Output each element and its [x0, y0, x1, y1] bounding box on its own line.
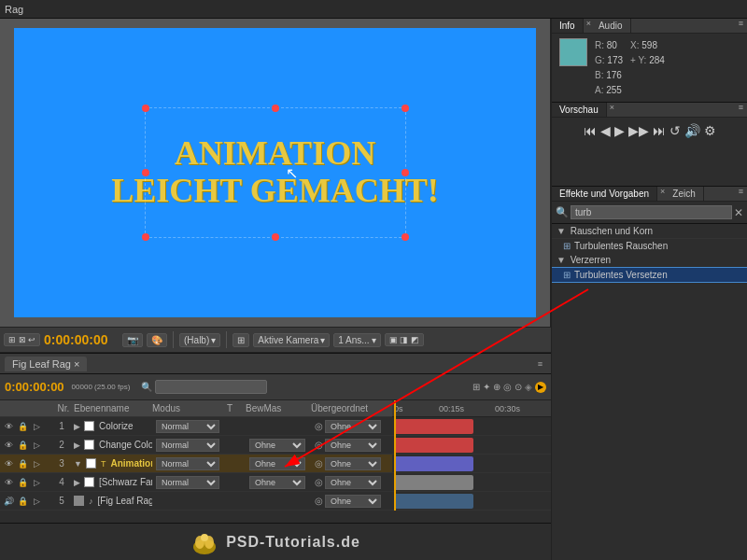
- tab-effects[interactable]: Effekte und Vorgaben: [552, 187, 657, 201]
- uber-select-4[interactable]: Ohne: [325, 476, 381, 489]
- expand-btn-5[interactable]: ▷: [30, 495, 43, 508]
- layer-icons-5: 🔊 🔒 ▷: [0, 495, 51, 508]
- layer-toolbar-icon6[interactable]: ◈: [525, 382, 532, 392]
- corner-handle-tl: [142, 105, 149, 112]
- layer-row-2[interactable]: 👁 🔒 ▷ 2 ▶ Change Colors Normal Ohne ◎ Oh…: [0, 436, 392, 455]
- layer-toolbar-icon2[interactable]: ✦: [483, 382, 490, 392]
- prev-first-btn[interactable]: ⏮: [584, 123, 597, 138]
- modus-select-3[interactable]: Normal: [156, 457, 219, 470]
- expand-icon[interactable]: ▶: [74, 441, 80, 450]
- lock-btn-5[interactable]: 🔒: [16, 495, 29, 508]
- layer-row-1[interactable]: 👁 🔒 ▷ 1 ▶ Colorize Normal ◎ Ohne: [0, 417, 392, 436]
- quality-select[interactable]: (Halb)▾: [179, 333, 220, 347]
- prev-fwd-btn[interactable]: ▶▶: [628, 123, 649, 138]
- layer-icons-3: 👁 🔒 ▷: [0, 457, 51, 470]
- tab-audio[interactable]: Audio: [591, 19, 631, 33]
- expand-icon[interactable]: ▶: [74, 478, 80, 487]
- timeline-fps: 00000 (25.00 fps): [72, 383, 131, 391]
- timeline-tab[interactable]: Fig Leaf Rag ×: [5, 357, 87, 371]
- effects-menu[interactable]: ≡: [735, 187, 747, 201]
- modus-select-4[interactable]: Normal: [156, 476, 219, 489]
- track-row-3: [392, 455, 551, 473]
- lock-btn-3[interactable]: 🔒: [16, 457, 29, 470]
- layer-toolbar-icon1[interactable]: ⊞: [472, 382, 480, 392]
- layer-color-3: [86, 458, 96, 469]
- tab-zeich[interactable]: Zeich: [665, 187, 703, 201]
- uber-select-2[interactable]: Ohne: [325, 439, 381, 452]
- track-row-1: [392, 417, 551, 436]
- lock-btn-1[interactable]: 🔒: [16, 420, 29, 433]
- effects-search-input[interactable]: [571, 205, 732, 219]
- info-panel-menu[interactable]: ≡: [735, 19, 747, 33]
- layer-toolbar-icon4[interactable]: ◎: [503, 382, 512, 392]
- uber-select-1[interactable]: Ohne: [325, 420, 381, 433]
- layer-row-4[interactable]: 👁 🔒 ▷ 4 ▶ [Schwarz Farbfläche 1] Normal …: [0, 473, 392, 492]
- layer-toolbar-icon3[interactable]: ⊕: [493, 382, 500, 392]
- prev-last-btn[interactable]: ⏭: [653, 123, 666, 138]
- corner-handle-bm: [272, 233, 279, 241]
- header-uber: Übergeordnet: [311, 403, 390, 413]
- timeline-menu[interactable]: ≡: [534, 359, 546, 369]
- prev-loop-btn[interactable]: ↺: [669, 123, 681, 138]
- expand-btn-1[interactable]: ▷: [30, 420, 43, 433]
- layer-color-5: [74, 496, 84, 506]
- expand-icon[interactable]: ▼: [74, 459, 82, 469]
- effects-item-turbulentes-versetzen[interactable]: ⊞ Turbulentes Versetzen: [552, 268, 747, 282]
- prev-play-btn[interactable]: ▶: [614, 123, 625, 138]
- camera-icon[interactable]: 📷: [122, 333, 143, 347]
- track-row-5: [392, 492, 551, 511]
- lock-btn-4[interactable]: 🔒: [16, 476, 29, 489]
- eye-btn-1[interactable]: 👁: [2, 420, 15, 433]
- modus-select-1[interactable]: Normal: [156, 420, 219, 433]
- eye-btn-3[interactable]: 👁: [2, 457, 15, 470]
- prev-settings-btn[interactable]: ⚙: [704, 123, 716, 138]
- layer-nr-5: 5: [51, 496, 72, 506]
- preview-tab-close[interactable]: ×: [610, 103, 614, 117]
- tab-preview[interactable]: Vorschau: [552, 103, 607, 117]
- camera-select[interactable]: Aktive Kamera▾: [253, 333, 330, 347]
- prev-audio-btn[interactable]: 🔊: [684, 123, 700, 138]
- expand-btn-2[interactable]: ▷: [30, 439, 43, 452]
- toolbar-icon-group[interactable]: ⊞ ⊠ ↩: [4, 333, 40, 346]
- color-icon[interactable]: 🎨: [147, 333, 167, 347]
- info-color-swatch: [559, 38, 587, 66]
- layer-modus-cell-4: Normal: [154, 476, 229, 489]
- view-select[interactable]: 1 Ans...▾: [333, 333, 380, 347]
- effects-item-turbulentes-rauschen[interactable]: ⊞ Turbulentes Rauschen: [552, 239, 747, 253]
- track-rows-container: [392, 417, 551, 511]
- effects-clear-btn[interactable]: ✕: [734, 206, 743, 219]
- uber-select-5[interactable]: Ohne: [325, 495, 381, 508]
- layer-modus-cell-3: Normal: [154, 457, 229, 470]
- expand-btn-3[interactable]: ▷: [30, 457, 43, 470]
- render-icons[interactable]: ▣ ◨ ◩: [385, 333, 424, 346]
- branding-text: PSD-Tutorials.de: [226, 534, 360, 551]
- header-bewmas: BewMas: [246, 403, 311, 413]
- info-coords: X: 598 + Y: 284: [630, 38, 665, 98]
- grid-toggle[interactable]: ⊞: [233, 333, 249, 347]
- tab-info[interactable]: Info: [552, 19, 584, 33]
- layer-row-3[interactable]: 👁 🔒 ▷ 3 ▼ T Animation leicht gemacht! No…: [0, 455, 392, 473]
- canvas-inner: ANIMATION LEICHT GEMACHT! ↖: [14, 28, 536, 317]
- layer-toolbar-icon5[interactable]: ⊙: [514, 382, 522, 392]
- timeline-time: 0:00:00:00: [5, 380, 64, 394]
- left-panel: ANIMATION LEICHT GEMACHT! ↖: [0, 19, 551, 560]
- layer-search-input[interactable]: [155, 380, 267, 394]
- uber-select-3[interactable]: Ohne: [325, 457, 381, 470]
- eye-btn-4[interactable]: 👁: [2, 476, 15, 489]
- ruler-30: 00:30s: [495, 404, 520, 413]
- preview-menu[interactable]: ≡: [735, 103, 747, 117]
- modus-select-2[interactable]: Normal: [156, 439, 219, 452]
- expand-icon[interactable]: ▶: [74, 422, 80, 431]
- bewmas-select-4[interactable]: Ohne: [249, 476, 305, 489]
- bewmas-select-2[interactable]: Ohne: [249, 439, 305, 452]
- layer-nr-1: 1: [51, 421, 72, 431]
- bewmas-select-3[interactable]: Ohne: [249, 457, 305, 470]
- lock-btn-2[interactable]: 🔒: [16, 439, 29, 452]
- header-nr: Nr.: [53, 403, 74, 413]
- prev-back-btn[interactable]: ◀: [600, 123, 611, 138]
- eye-btn-5[interactable]: 🔊: [2, 495, 15, 508]
- eye-btn-2[interactable]: 👁: [2, 439, 15, 452]
- expand-btn-4[interactable]: ▷: [30, 476, 43, 489]
- layer-bewmas-cell-2: Ohne: [247, 439, 313, 452]
- layer-row-5[interactable]: 🔊 🔒 ▷ 5 ♪ [Fig Leaf Rag.mp3] ◎ Ohne: [0, 492, 392, 511]
